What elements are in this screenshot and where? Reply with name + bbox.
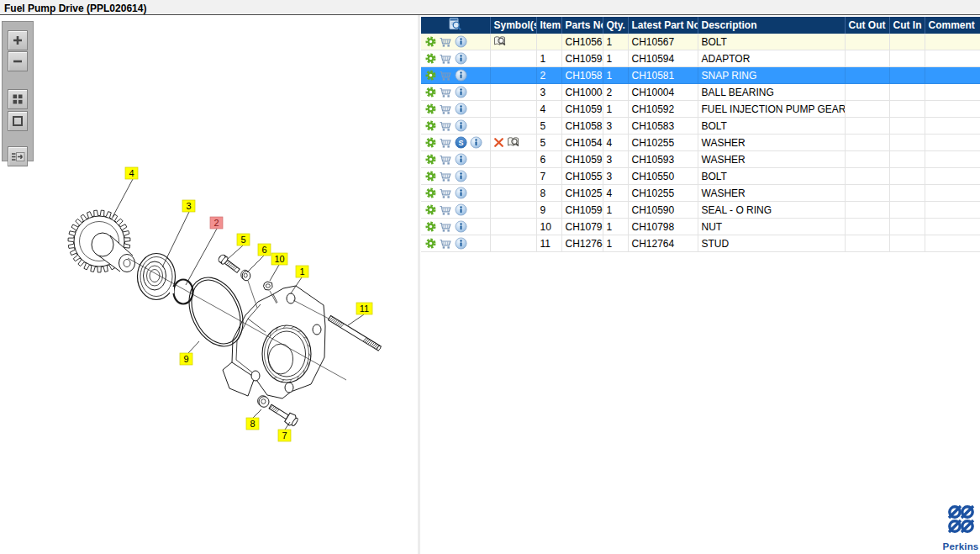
cart-icon[interactable] — [439, 137, 452, 149]
table-row[interactable]: 5CH105833CH10583BOLT — [421, 118, 980, 135]
gear-icon[interactable] — [425, 238, 436, 249]
info-icon[interactable] — [455, 86, 467, 98]
part-bearing[interactable] — [138, 254, 176, 300]
cell-comment — [925, 185, 980, 202]
illustration-search-icon[interactable] — [448, 17, 462, 31]
table-row[interactable]: 11CH127641CH12764STUD — [421, 235, 980, 252]
callout-4[interactable]: 4 — [113, 167, 138, 217]
cell-comment — [925, 67, 980, 84]
info-icon[interactable] — [455, 170, 467, 182]
cell-cut-in — [889, 202, 925, 219]
cart-icon[interactable] — [439, 70, 452, 82]
cart-icon[interactable] — [439, 238, 452, 250]
table-row[interactable]: 4CH105921CH10592FUEL INJECTION PUMP GEAR — [421, 101, 980, 118]
panel-splitter[interactable] — [418, 15, 420, 554]
delete-x-icon[interactable] — [493, 137, 504, 148]
cell-description: FUEL INJECTION PUMP GEAR — [698, 101, 845, 118]
part-bolt-5[interactable] — [217, 253, 240, 274]
callout-5[interactable]: 5 — [228, 234, 250, 259]
table-row[interactable]: 10CH107981CH10798NUT — [421, 219, 980, 235]
column-header-illustration[interactable] — [421, 17, 490, 34]
info-icon[interactable] — [455, 220, 467, 233]
cart-icon[interactable] — [439, 221, 452, 233]
column-header-description[interactable]: Description — [698, 17, 845, 34]
gear-icon[interactable] — [425, 120, 436, 131]
cart-icon[interactable] — [439, 36, 452, 48]
part-washer-6[interactable] — [241, 270, 250, 281]
part-nut-10[interactable] — [264, 282, 273, 290]
substitution-icon[interactable]: S — [455, 136, 467, 149]
table-row[interactable]: 1CH105941CH10594ADAPTOR — [421, 50, 980, 67]
info-icon[interactable] — [455, 103, 467, 115]
callout-9[interactable]: 9 — [180, 341, 199, 365]
callout-8[interactable]: 8 — [246, 409, 261, 430]
column-header-cut-in[interactable]: Cut In — [889, 17, 925, 34]
cart-icon[interactable] — [439, 154, 452, 166]
info-icon[interactable] — [455, 153, 467, 166]
gear-icon[interactable] — [425, 187, 436, 198]
column-header-cut-out[interactable]: Cut Out — [845, 17, 889, 34]
table-row[interactable]: S5CH105414CH10255WASHER — [421, 135, 980, 151]
cell-cut-in — [889, 67, 925, 84]
book-magnifier-icon[interactable] — [493, 35, 508, 48]
cart-icon[interactable] — [439, 120, 452, 132]
column-header-comment[interactable]: Comment — [925, 17, 980, 34]
cart-icon[interactable] — [439, 187, 452, 199]
info-icon[interactable] — [455, 237, 467, 250]
gear-icon[interactable] — [425, 171, 436, 182]
table-row[interactable]: 3CH100042CH10004BALL BEARING — [421, 84, 980, 101]
table-row[interactable]: 9CH105901CH10590SEAL - O RING — [421, 202, 980, 219]
diagram-canvas[interactable]: 4325610111987 — [0, 15, 418, 554]
info-icon[interactable] — [455, 69, 467, 82]
perkins-wordmark: Perkins — [939, 541, 980, 551]
cell-qty: 3 — [603, 151, 628, 168]
gear-icon[interactable] — [425, 137, 436, 148]
info-icon[interactable] — [455, 187, 467, 199]
info-icon[interactable] — [455, 203, 467, 216]
book-magnifier-icon[interactable] — [507, 136, 521, 149]
gear-icon[interactable] — [425, 221, 436, 232]
table-row[interactable]: 8CH102554CH10255WASHER — [421, 185, 980, 202]
table-row[interactable]: CH105671CH10567BOLT — [421, 34, 980, 50]
gear-icon[interactable] — [425, 70, 436, 81]
cell-parts-no: CH10594 — [561, 50, 603, 67]
cart-icon[interactable] — [439, 171, 452, 182]
part-gear[interactable] — [68, 210, 135, 272]
row-symbols — [490, 50, 536, 67]
row-action-icons — [421, 118, 490, 135]
gear-icon[interactable] — [425, 53, 436, 64]
cell-parts-no: CH12764 — [561, 235, 603, 252]
callout-2[interactable]: 2 — [186, 217, 223, 285]
info-icon[interactable] — [455, 52, 467, 65]
gear-icon[interactable] — [425, 36, 436, 47]
column-header-latest-part-no-[interactable]: Latest Part No. — [628, 17, 698, 34]
info-icon[interactable] — [455, 35, 467, 48]
gear-icon[interactable] — [425, 204, 436, 215]
column-header-qty-[interactable]: Qty. — [603, 17, 628, 34]
cart-icon[interactable] — [439, 53, 452, 65]
table-row[interactable]: 2CH105811CH10581SNAP RING — [421, 67, 980, 84]
cell-description: WASHER — [698, 185, 845, 202]
table-row[interactable]: 6CH105933CH10593WASHER — [421, 151, 980, 168]
column-header-item[interactable]: Item — [536, 17, 561, 34]
callout-11[interactable]: 11 — [348, 303, 372, 325]
gear-icon[interactable] — [425, 103, 436, 114]
cart-icon[interactable] — [439, 87, 452, 98]
table-row[interactable]: 7CH105503CH10550BOLT — [421, 168, 980, 185]
callout-6[interactable]: 6 — [247, 244, 271, 272]
column-header-parts-no-[interactable]: Parts No. — [561, 17, 603, 34]
cart-icon[interactable] — [439, 103, 452, 115]
column-header-symbol-s-[interactable]: Symbol(s) — [490, 17, 536, 34]
info-icon[interactable] — [470, 136, 482, 149]
cell-latest-part-no: CH10592 — [628, 101, 698, 118]
callout-3[interactable]: 3 — [162, 200, 195, 267]
cell-latest-part-no: CH10581 — [628, 67, 698, 84]
callout-10[interactable]: 10 — [270, 253, 287, 281]
part-bolt-7[interactable] — [267, 402, 299, 428]
info-icon[interactable] — [455, 119, 467, 132]
part-washer-8[interactable] — [258, 396, 269, 408]
gear-icon[interactable] — [425, 87, 436, 98]
gear-icon[interactable] — [425, 154, 436, 165]
cart-icon[interactable] — [439, 204, 452, 216]
row-action-icons: S — [421, 135, 490, 151]
